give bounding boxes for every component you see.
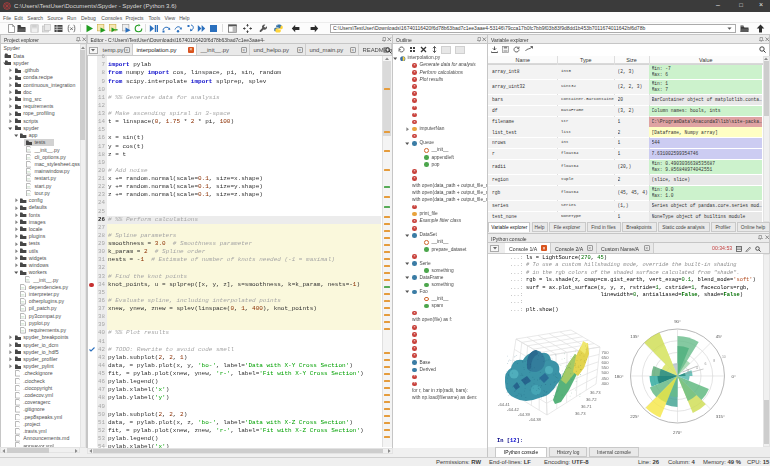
svg-text:2: 2 (687, 369, 689, 373)
svg-text:36.72: 36.72 (586, 397, 597, 402)
svg-text:135°: 135° (630, 334, 639, 339)
svg-text:0°: 0° (732, 374, 736, 379)
svg-text:180°: 180° (614, 374, 623, 379)
svg-text:36.71: 36.71 (581, 404, 592, 409)
svg-text:6: 6 (705, 362, 707, 366)
svg-text:36.73: 36.73 (590, 390, 601, 395)
svg-text:45°: 45° (716, 334, 723, 339)
svg-text:8: 8 (713, 359, 715, 363)
svg-text:225°: 225° (630, 414, 639, 419)
svg-text:270°: 270° (673, 430, 682, 435)
svg-text:90°: 90° (674, 319, 681, 324)
svg-text:4: 4 (696, 366, 698, 370)
svg-text:315°: 315° (716, 414, 725, 419)
svg-text:-64.38: -64.38 (529, 417, 542, 422)
svg-text:10: 10 (722, 355, 726, 359)
svg-text:36.73: 36.73 (575, 411, 586, 416)
svg-text:400: 400 (602, 381, 610, 386)
